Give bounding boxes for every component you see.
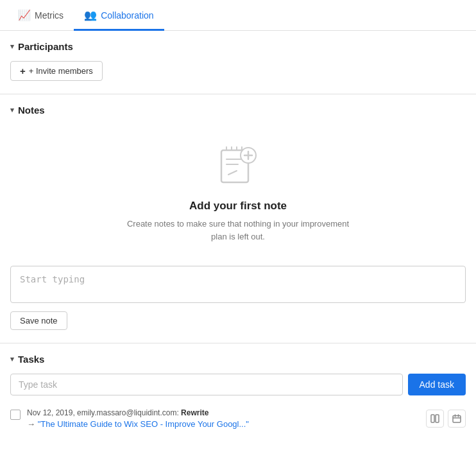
task-action-label: Rewrite (181, 408, 208, 417)
notes-title: Notes (18, 105, 45, 116)
notes-empty-state: Add your first note Create notes to make… (10, 125, 466, 266)
save-note-label: Save note (20, 316, 58, 325)
tab-metrics-label: Metrics (35, 10, 64, 21)
calendar-icon (452, 414, 461, 423)
metrics-icon: 📈 (18, 9, 31, 21)
tasks-chevron-icon: ▾ (10, 355, 14, 363)
task-email: emily.massaro@liquidint.com (77, 408, 176, 417)
notes-header[interactable]: ▾ Notes (10, 105, 466, 116)
task-link-text: "The Ultimate Guide to Wix SEO - Improve… (38, 419, 249, 429)
invite-members-label: + Invite members (29, 66, 93, 76)
participants-chevron-icon: ▾ (10, 42, 14, 51)
task-calendar-button[interactable] (448, 410, 466, 428)
task-left: Nov 12, 2019, emily.massaro@liquidint.co… (10, 408, 249, 429)
task-content: Nov 12, 2019, emily.massaro@liquidint.co… (27, 408, 249, 429)
notes-empty-description: Create notes to make sure that nothing i… (123, 218, 353, 243)
tab-bar: 📈 Metrics 👥 Collaboration (0, 0, 476, 31)
add-task-button[interactable]: Add task (408, 374, 466, 395)
notes-add-icon-wrap (212, 137, 264, 191)
task-layout-button[interactable] (426, 410, 444, 428)
svg-rect-12 (436, 415, 439, 422)
svg-rect-11 (431, 415, 434, 422)
tasks-header[interactable]: ▾ Tasks (10, 354, 466, 365)
tab-metrics[interactable]: 📈 Metrics (8, 0, 74, 31)
notes-chevron-icon: ▾ (10, 106, 14, 114)
notes-empty-title: Add your first note (189, 200, 287, 212)
task-checkbox[interactable] (10, 410, 21, 420)
task-meta: Nov 12, 2019, emily.massaro@liquidint.co… (27, 408, 249, 417)
task-actions (426, 410, 466, 428)
tasks-title: Tasks (18, 354, 44, 365)
tab-collaboration-label: Collaboration (101, 10, 154, 21)
participants-section: ▾ Participants + + Invite members (0, 31, 476, 94)
task-input[interactable] (10, 374, 403, 395)
svg-rect-13 (453, 416, 461, 423)
notes-section: ▾ Notes Ad (0, 94, 476, 343)
participants-title: Participants (18, 41, 73, 52)
collaboration-icon: 👥 (84, 9, 97, 21)
plus-icon: + (20, 65, 26, 76)
tasks-section: ▾ Tasks Add task Nov 12, 2019, emily.mas… (0, 343, 476, 444)
table-row: Nov 12, 2019, emily.massaro@liquidint.co… (10, 406, 466, 431)
add-task-label: Add task (420, 379, 454, 390)
save-note-button[interactable]: Save note (10, 311, 67, 330)
task-input-row: Add task (10, 374, 466, 395)
task-date: Nov 12, 2019 (27, 408, 72, 417)
invite-members-button[interactable]: + + Invite members (10, 61, 103, 81)
participants-header[interactable]: ▾ Participants (10, 41, 466, 52)
notes-input[interactable] (10, 266, 466, 303)
notes-empty-icon (212, 137, 264, 189)
tab-collaboration[interactable]: 👥 Collaboration (74, 0, 164, 31)
task-link[interactable]: "The Ultimate Guide to Wix SEO - Improve… (27, 419, 249, 429)
layout-icon (430, 414, 439, 423)
